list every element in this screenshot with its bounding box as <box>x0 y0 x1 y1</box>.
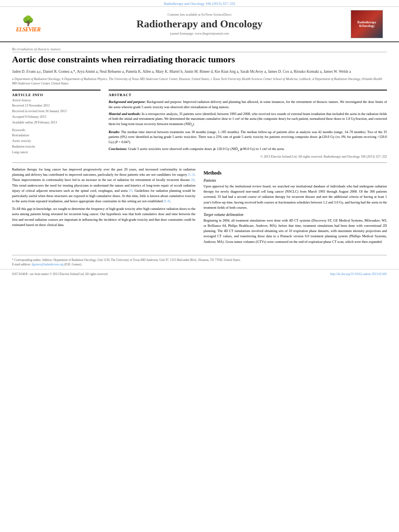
received-date: Received 13 November 2012 <box>12 103 101 108</box>
journal-title: Radiotherapy and Oncology <box>52 18 347 30</box>
article-body: Article info Article history: Received 1… <box>12 90 387 158</box>
target-subtitle: Target volume delineation <box>204 213 387 217</box>
authors: Jaden D. Evans a,c, Daniel R. Gomez a,*,… <box>12 69 387 74</box>
intro-paragraph-1: Radiation therapy for lung cancer has im… <box>12 167 195 204</box>
article-info-header: Article info <box>12 93 101 97</box>
intro-paragraph-2: To fill this gap in knowledge, we sought… <box>12 206 195 228</box>
accepted-date: Accepted 9 February 2013 <box>12 115 101 119</box>
article-section: Re-irradiation of thoracic tumors Aortic… <box>0 42 399 158</box>
abstract-header: Abstract <box>109 93 387 97</box>
keyword-2: Aortic toxicity <box>12 139 101 144</box>
methods-col: Methods Patients Upon approval by the in… <box>204 167 387 247</box>
target-paragraph: Beginning in 2004, all treatment simulat… <box>204 218 387 244</box>
footnotes-section: * Corresponding author. Address: Departm… <box>12 255 387 267</box>
email-link[interactable]: dgomez@mdanderson.org <box>32 263 64 266</box>
footer-copyright: 0167-8140/$ - see front matter © 2013 El… <box>12 272 108 276</box>
keywords-section: Keywords: Reirradiation Aortic toxicity … <box>12 128 101 155</box>
article-info-section: Article info Article history: Received 1… <box>12 90 101 125</box>
journal-homepage: journal homepage: www.thegreenjournal.co… <box>52 32 347 35</box>
ref-4: [4] <box>191 178 195 182</box>
top-bar: Radiotherapy and Oncology 106 (2013) 327… <box>0 0 399 7</box>
journal-cover-image: Radiotherapy&Oncology <box>351 10 391 38</box>
ref-5: [5] <box>129 189 132 193</box>
corresponding-author: * Corresponding author. Address: Departm… <box>12 258 387 262</box>
available-online-date: Available online 28 February 2013 <box>12 120 101 125</box>
abstract-conclusions: Conclusions: Grade 5 aortic toxicities w… <box>109 146 387 152</box>
elsevier-tree-icon: 🌳 <box>22 15 34 27</box>
patients-subtitle: Patients <box>204 179 387 183</box>
main-divider <box>12 162 387 163</box>
patients-paragraph: Upon approval by the institutional revie… <box>204 184 387 210</box>
elsevier-branding: 🌳 ELSEVIER <box>8 15 48 33</box>
ref-6-9: [6–9] <box>164 199 170 203</box>
footer-doi[interactable]: http://dx.doi.org/10.1016/j.radonc.2013.… <box>330 272 387 276</box>
abstract-col: Abstract Background and purpose: Backgro… <box>109 90 387 158</box>
journal-cover: Radiotherapy&Oncology <box>351 10 383 38</box>
elsevier-logo: ELSEVIER <box>16 27 40 33</box>
section-label: Re-irradiation of thoracic tumors <box>12 47 387 52</box>
journal-header: 🌳 ELSEVIER Contents lists available at S… <box>0 7 399 42</box>
sciverse-line: Contents lists available at SciVerse Sci… <box>52 13 347 16</box>
keywords-label: Keywords: <box>12 128 101 132</box>
introduction-col: Radiation therapy for lung cancer has im… <box>12 167 195 247</box>
affiliations: a Department of Radiation Oncology; b De… <box>12 77 387 86</box>
main-content: Radiation therapy for lung cancer has im… <box>0 167 399 255</box>
email-footnote: E-mail address: dgomez@mdanderson.org (D… <box>12 262 387 267</box>
keyword-4: Lung cancer <box>12 150 101 155</box>
ref-1-3: [1–3] <box>188 173 195 177</box>
article-history-label: Article history: <box>12 99 101 102</box>
abstract-results: Results: The median time interval betwee… <box>109 129 387 145</box>
journal-title-section: Contents lists available at SciVerse Sci… <box>52 13 347 35</box>
methods-title: Methods <box>204 170 387 176</box>
abstract-background: Background and purpose: Background and p… <box>109 99 387 110</box>
authors-text: Jaden D. Evans a,c, Daniel R. Gomez a,*,… <box>12 70 351 74</box>
article-info-col: Article info Article history: Received 1… <box>12 90 101 158</box>
revised-date: Received in revised form 30 January 2013 <box>12 109 101 114</box>
abstract-methods: Material and methods: In a retrospective… <box>109 111 387 128</box>
article-title: Aortic dose constraints when reirradiati… <box>12 54 387 66</box>
keyword-1: Reirradiation <box>12 133 101 138</box>
keyword-3: Radiation toxicity <box>12 144 101 149</box>
abstract-section: Abstract Background and purpose: Backgro… <box>109 90 387 158</box>
bottom-footer: 0167-8140/$ - see front matter © 2013 El… <box>0 269 399 279</box>
journal-reference: Radiotherapy and Oncology 106 (2013) 327… <box>164 2 235 6</box>
copyright-line: © 2013 Elsevier Ireland Ltd. All rights … <box>109 155 387 158</box>
